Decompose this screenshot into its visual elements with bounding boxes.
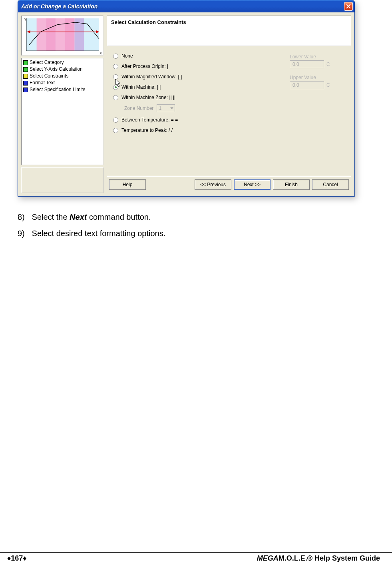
step-label: Select Constraints (30, 73, 68, 80)
radio-label: Between Temperature: = = (121, 117, 178, 123)
help-button[interactable]: Help (109, 179, 146, 190)
radio-label: Within Machine: | | (121, 84, 161, 90)
step-item[interactable]: Select Y-Axis Calculation (22, 66, 102, 73)
radio-icon (113, 85, 118, 90)
step-label: Select Y-Axis Calculation (30, 66, 83, 73)
wizard-button-row: Help << Previous Next >> Finish Cancel (107, 176, 351, 193)
wizard-steps-list: Select Category Select Y-Axis Calculatio… (21, 58, 103, 165)
cancel-button[interactable]: Cancel (312, 179, 349, 190)
heading-panel: Select Calculation Constraints (107, 16, 351, 46)
radio-icon (113, 74, 118, 80)
next-button[interactable]: Next >> (234, 179, 271, 190)
step-8: 8) Select the Next command button. (18, 211, 380, 223)
radio-icon (113, 117, 118, 123)
zone-number-select[interactable]: 1 (157, 104, 175, 112)
step-label: Select Specification Limits (30, 86, 85, 93)
radio-temp-to-peak[interactable]: Temperature to Peak: / / (113, 127, 345, 134)
radio-within-zone[interactable]: Within Machine Zone: || || (113, 94, 345, 101)
radio-icon (113, 128, 118, 133)
lower-value-group: Lower Value 0.0 C (290, 54, 342, 68)
radio-label: After Process Origin: | (121, 64, 168, 69)
guide-title: MEGAM.O.L.E.® Help System Guide (257, 554, 380, 563)
step-color-icon (23, 88, 28, 92)
svg-text:Y: Y (24, 18, 26, 22)
zone-number-row: Zone Number 1 (124, 104, 345, 112)
radio-label: Within Machine Zone: || || (121, 95, 175, 100)
svg-rect-2 (46, 18, 56, 51)
radio-label: None (121, 53, 133, 59)
step-9: 9) Select desired text formatting option… (18, 227, 380, 240)
page-number: ♦167♦ (7, 554, 26, 563)
step-item[interactable]: Format Text (22, 80, 102, 86)
step-item[interactable]: Select Specification Limits (22, 86, 102, 93)
panel-heading: Select Calculation Constraints (111, 19, 186, 25)
step-color-icon (23, 67, 28, 72)
radio-between-temp[interactable]: Between Temperature: = = (113, 116, 345, 123)
step-item[interactable]: Select Constraints (22, 73, 102, 80)
radio-label: Temperature to Peak: / / (121, 127, 173, 133)
step-color-icon (23, 74, 28, 79)
chart-preview: Y X (21, 16, 103, 56)
dialog-title: Add or Change a Calculation (21, 3, 344, 10)
dialog-window: Add or Change a Calculation (18, 0, 355, 197)
upper-value-group: Upper Value 0.0 C (290, 75, 342, 89)
page-footer: ♦167♦ MEGAM.O.L.E.® Help System Guide (0, 552, 392, 563)
radio-label: Within Magnified Window: [ ] (121, 74, 182, 80)
upper-value-label: Upper Value (290, 75, 342, 80)
step-color-icon (23, 81, 28, 86)
next-label-bold: Next (70, 213, 87, 221)
svg-text:X: X (99, 51, 102, 55)
radio-icon (113, 95, 118, 100)
upper-unit: C (326, 82, 330, 88)
constraints-form: None After Process Origin: | Within Magn… (107, 46, 351, 176)
document-text: 8) Select the Next command button. 9) Se… (18, 211, 380, 240)
step-item[interactable]: Select Category (22, 59, 102, 66)
close-button[interactable] (344, 2, 353, 11)
svg-rect-3 (56, 18, 65, 51)
lower-value-label: Lower Value (290, 54, 342, 60)
upper-value-input[interactable]: 0.0 (290, 81, 324, 89)
previous-button[interactable]: << Previous (195, 179, 231, 190)
step-color-icon (23, 60, 28, 65)
description-panel (21, 167, 103, 193)
lower-value-input[interactable]: 0.0 (290, 60, 324, 68)
radio-icon (113, 64, 118, 69)
zone-label: Zone Number (124, 105, 153, 111)
radio-icon (113, 54, 118, 59)
close-icon (346, 4, 351, 9)
finish-button[interactable]: Finish (273, 179, 310, 190)
lower-unit: C (326, 62, 330, 67)
titlebar: Add or Change a Calculation (18, 0, 354, 12)
step-label: Select Category (30, 59, 64, 66)
step-label: Format Text (30, 80, 55, 86)
